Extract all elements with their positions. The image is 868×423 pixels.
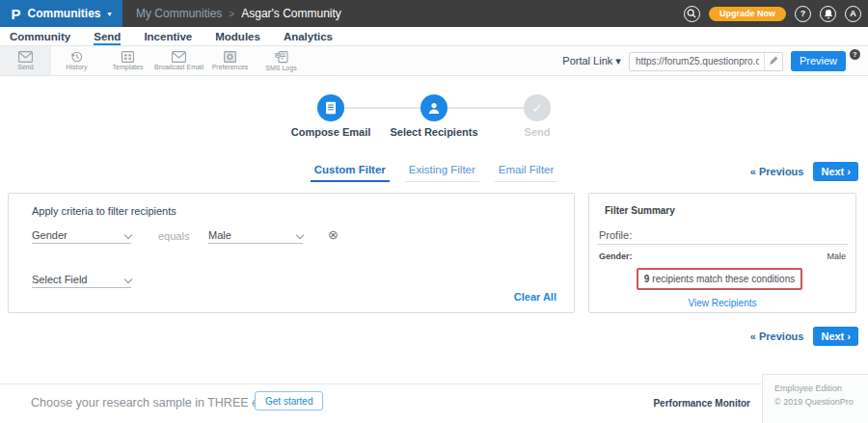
match-count: 9 [644,274,650,284]
nav-item-modules[interactable]: Modules [215,31,260,45]
toolbar-item-label: Broadcast Email [154,64,203,70]
toolbar-item-history[interactable]: History [51,46,102,75]
check-icon: ✓ [532,101,543,116]
view-recipients-link[interactable]: View Recipients [589,298,855,308]
value-select[interactable]: Male [208,227,303,244]
previous-link[interactable]: « Previous [750,166,804,177]
broadcast-envelope-icon [172,51,186,63]
upgrade-now-button[interactable]: Upgrade Now [709,7,786,21]
chevron-down-icon [124,276,132,283]
stepper-connector [448,107,524,109]
match-text: recipients match these conditions [652,274,795,284]
bell-icon [824,9,833,19]
chevron-down-icon [124,231,132,239]
stepper-connector [344,107,420,109]
top-header-bar: P Communities ▾ My Communities > Asgar's… [0,0,868,27]
summary-gender-label: Gender: [599,251,633,261]
divider [597,244,848,245]
history-clock-icon [70,51,83,63]
step-label-compose: Compose Email [291,126,371,138]
toolbar-item-label: History [67,64,88,70]
nav-item-community[interactable]: Community [10,31,70,45]
breadcrumb-separator: > [229,9,234,19]
next-button[interactable]: Next › [813,162,858,181]
footer-bar: Choose your research sample in THREE eas… [0,383,868,423]
notifications-button[interactable] [820,6,836,22]
remove-criteria-icon[interactable]: ⊗ [328,228,339,241]
step-send[interactable]: ✓ [524,94,551,121]
chevron-down-icon [296,231,304,239]
field-select[interactable]: Gender [32,227,131,244]
preferences-gear-icon [224,51,236,63]
search-icon [687,9,696,18]
person-icon [427,101,441,115]
communities-product-switcher[interactable]: P Communities ▾ [0,0,122,27]
toolbar-item-label: Send [17,64,33,70]
step-compose-email[interactable] [317,94,344,121]
toolbar-item-send[interactable]: Send [0,46,51,75]
header-actions: Upgrade Now ? A [684,0,861,27]
summary-gender-value: Male [827,251,846,261]
criteria-panel-title: Apply criteria to filter recipients [32,205,176,217]
preview-button[interactable]: Preview [791,51,846,71]
community-nav: Community Send Incentive Modules Analyti… [0,27,868,46]
edition-copyright: © 2019 QuestionPro [774,396,868,410]
step-select-recipients[interactable] [420,94,448,121]
field-select-value: Gender [32,229,68,241]
app-window: P Communities ▾ My Communities > Asgar's… [0,0,868,423]
portal-link-dropdown[interactable]: Portal Link ▾ [562,55,621,67]
breadcrumb-parent[interactable]: My Communities [136,7,222,20]
operator-label: equals [158,230,189,242]
tab-existing-filter[interactable]: Existing Filter [405,164,479,182]
edition-box: Employee Edition © 2019 QuestionPro [762,374,868,423]
nav-item-send[interactable]: Send [94,31,121,45]
performance-monitor-link[interactable]: Performance Monitor [653,398,750,409]
avatar[interactable]: A [845,6,861,22]
nav-item-incentive[interactable]: Incentive [144,31,192,45]
edit-url-button[interactable] [764,51,783,70]
toolbar-item-sms-logs[interactable]: SMS Logs [256,46,307,75]
avatar-letter: A [850,9,856,18]
templates-grid-icon [122,51,134,63]
question-mark-icon: ? [800,9,806,18]
document-icon [325,101,337,115]
tab-custom-filter[interactable]: Custom Filter [311,164,390,182]
previous-link[interactable]: « Previous [750,330,804,342]
preview-help-badge[interactable]: ? [850,49,860,60]
pencil-icon [769,56,778,66]
pagination-bottom: « Previous Next › [750,327,858,346]
search-button[interactable] [684,6,700,22]
product-name: Communities [27,7,100,20]
toolbar-item-label: SMS Logs [265,65,296,71]
toolbar-item-preferences[interactable]: Preferences [204,46,256,75]
toolbar-item-templates[interactable]: Templates [102,46,153,75]
next-button[interactable]: Next › [813,327,858,346]
help-button[interactable]: ? [795,6,811,22]
questionpro-logo-icon: P [11,7,20,21]
toolbar-item-label: Preferences [212,64,249,70]
add-field-select[interactable]: Select Field [32,272,131,288]
filter-summary-panel: Filter Summary Profile: Gender: Male 9 r… [588,193,856,313]
send-toolbar: Send History Templates Broadcast Email P… [0,46,868,76]
nav-item-analytics[interactable]: Analytics [284,31,333,45]
breadcrumb: My Communities > Asgar's Community [136,7,341,20]
sms-logs-icon [275,51,288,64]
send-envelope-icon [18,51,33,63]
portal-url-wrap [629,51,783,70]
breadcrumb-current: Asgar's Community [241,7,341,20]
step-label-select-recipients: Select Recipients [390,126,477,138]
chevron-down-icon: ▾ [108,10,112,18]
filter-tabs: Custom Filter Existing Filter Email Filt… [0,164,868,182]
edition-name: Employee Edition [774,383,868,396]
tab-email-filter[interactable]: Email Filter [495,164,558,182]
portal-link-group: Portal Link ▾ Preview ? [562,46,860,75]
add-field-select-value: Select Field [32,274,87,285]
match-count-box: 9 recipients match these conditions [637,268,802,290]
step-label-send: Send [525,126,551,138]
portal-url-input[interactable] [629,52,783,71]
toolbar-item-broadcast-email[interactable]: Broadcast Email [153,46,204,75]
value-select-value: Male [208,229,231,241]
clear-all-link[interactable]: Clear All [514,291,556,303]
profile-label: Profile: [599,229,632,241]
get-started-button[interactable]: Get started [255,391,323,410]
